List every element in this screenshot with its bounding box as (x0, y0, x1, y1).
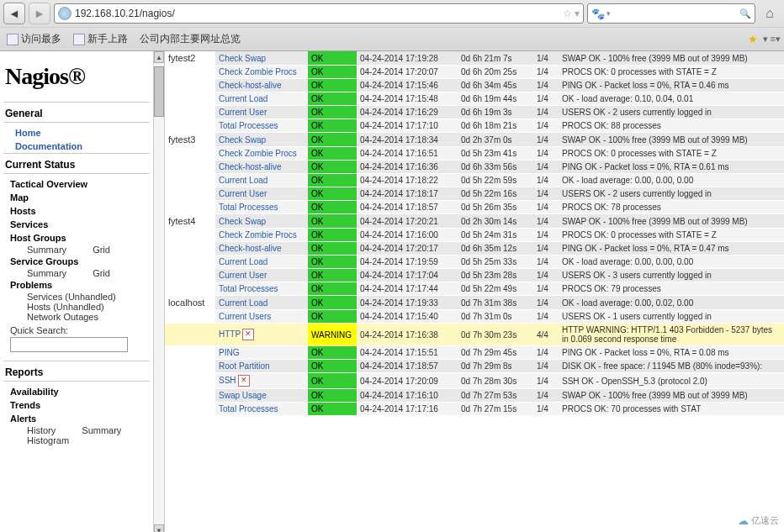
link-problems[interactable]: Problems (3, 278, 150, 292)
link-hosts[interactable]: Hosts (3, 204, 150, 218)
lastcheck-cell: 04-24-2014 17:18:57 (357, 360, 458, 373)
attempt-cell: 1/4 (533, 255, 559, 269)
service-row: Check Zombie ProcsOK04-24-2014 17:16:510… (165, 147, 784, 161)
host-cell[interactable]: fytest2 (165, 51, 215, 66)
bookmark-company[interactable]: 公司内部主要网址总览 (136, 30, 244, 48)
back-button[interactable]: ◄ (3, 3, 25, 24)
service-cell[interactable]: SSH (215, 373, 308, 389)
link-hostgroups[interactable]: Host Groups (3, 231, 150, 245)
duration-cell: 0d 5h 23m 41s (458, 147, 533, 161)
duration-cell: 0d 5h 22m 59s (458, 174, 533, 187)
lastcheck-cell: 04-24-2014 17:19:59 (357, 255, 458, 269)
service-cell[interactable]: Check-host-alive (215, 79, 308, 92)
service-cell[interactable]: Check Zombie Procs (215, 66, 308, 79)
service-cell[interactable]: HTTP (215, 324, 308, 346)
search-go-icon[interactable]: 🔍 (739, 8, 751, 19)
service-cell[interactable]: Current Load (215, 174, 308, 187)
service-cell[interactable]: Check Swap (215, 214, 308, 229)
disabled-notification-icon (238, 375, 250, 387)
duration-cell: 0d 6h 19m 3s (458, 106, 533, 119)
statusinfo-cell: USERS OK - 2 users currently logged in (559, 187, 784, 201)
service-cell[interactable]: Check Swap (215, 51, 308, 66)
link-docs[interactable]: Documentation (3, 140, 150, 153)
service-cell[interactable]: PING (215, 346, 308, 360)
service-cell[interactable]: Total Processes (215, 119, 308, 133)
scroll-thumb[interactable] (154, 66, 164, 117)
quicksearch-input[interactable] (10, 337, 128, 352)
service-cell[interactable]: Check Zombie Procs (215, 229, 308, 242)
service-cell[interactable]: Total Processes (215, 282, 308, 296)
link-sg-summary[interactable]: Summary (3, 267, 66, 279)
host-cell (165, 310, 215, 324)
service-cell[interactable]: Current Load (215, 92, 308, 106)
service-cell[interactable]: Total Processes (215, 403, 308, 416)
link-outages[interactable]: Network Outages (3, 311, 98, 323)
service-cell[interactable]: Total Processes (215, 201, 308, 214)
link-services[interactable]: Services (3, 218, 150, 231)
overflow-menu-icon[interactable]: ▾ ≡▾ (763, 34, 781, 45)
link-alerts[interactable]: Alerts (3, 412, 150, 425)
link-availability[interactable]: Availability (3, 385, 150, 398)
lastcheck-cell: 04-24-2014 17:18:34 (357, 133, 458, 147)
service-row: Check-host-aliveOK04-24-2014 17:15:460d … (165, 79, 784, 92)
service-cell[interactable]: Current User (215, 187, 308, 201)
link-sg-grid[interactable]: Grid (69, 267, 110, 279)
search-input[interactable] (611, 8, 739, 19)
service-cell[interactable]: Current Users (215, 310, 308, 324)
content-area: Nagios® General Home Documentation Curre… (0, 51, 784, 532)
frame-scrollbar[interactable]: ▲ ▼ (153, 51, 165, 532)
attempt-cell: 1/4 (533, 242, 559, 255)
lastcheck-cell: 04-24-2014 17:15:46 (357, 79, 458, 92)
bookmark-most-visited[interactable]: 访问最多 (3, 30, 65, 48)
lastcheck-cell: 04-24-2014 17:19:33 (357, 296, 458, 310)
link-histogram[interactable]: Histogram (3, 435, 69, 446)
link-hg-summary[interactable]: Summary (3, 244, 66, 255)
link-map[interactable]: Map (3, 191, 150, 204)
service-cell[interactable]: Check-host-alive (215, 242, 308, 255)
service-cell[interactable]: Check-host-alive (215, 161, 308, 174)
status-cell: OK (308, 92, 357, 106)
service-cell[interactable]: Root Partition (215, 360, 308, 373)
service-cell[interactable]: Check Swap (215, 133, 308, 147)
service-cell[interactable]: Check Zombie Procs (215, 147, 308, 161)
scroll-track[interactable] (154, 63, 164, 524)
host-cell (165, 242, 215, 255)
host-cell[interactable]: fytest3 (165, 133, 215, 147)
status-cell: OK (308, 310, 357, 324)
duration-cell: 0d 7h 31m 0s (458, 310, 533, 324)
service-cell[interactable]: Swap Usage (215, 389, 308, 403)
link-trends[interactable]: Trends (3, 398, 150, 412)
bookmark-getting-started[interactable]: 新手上路 (70, 30, 131, 48)
statusinfo-cell: PING OK - Packet loss = 0%, RTA = 0.47 m… (559, 242, 784, 255)
service-row: Total ProcessesOK04-24-2014 17:17:440d 5… (165, 282, 784, 296)
host-cell[interactable]: localhost (165, 296, 215, 310)
scroll-down-icon[interactable]: ▼ (154, 524, 164, 532)
statusinfo-cell: PROCS OK: 0 processes with STATE = Z (559, 66, 784, 79)
duration-cell: 0d 7h 29m 8s (458, 360, 533, 373)
service-cell[interactable]: Current User (215, 106, 308, 119)
forward-button[interactable]: ► (29, 3, 50, 24)
service-row: Current UsersOK04-24-2014 17:15:400d 7h … (165, 310, 784, 324)
statusinfo-cell: PING OK - Packet loss = 0%, RTA = 0.08 m… (559, 346, 784, 360)
service-row: Swap UsageOK04-24-2014 17:16:100d 7h 27m… (165, 389, 784, 403)
lastcheck-cell: 04-24-2014 17:19:28 (357, 51, 458, 66)
link-hg-grid[interactable]: Grid (69, 244, 110, 255)
link-tactical[interactable]: Tactical Overview (3, 177, 150, 191)
scroll-up-icon[interactable]: ▲ (154, 51, 164, 63)
url-bar[interactable]: 192.168.10.21/nagios/ ☆ ▾ (54, 3, 584, 24)
nav-bar: ◄ ► 192.168.10.21/nagios/ ☆ ▾ 🐾 ▾ 🔍 ⌂ (0, 0, 784, 27)
search-box[interactable]: 🐾 ▾ 🔍 (587, 3, 755, 24)
host-cell (165, 269, 215, 282)
link-home[interactable]: Home (3, 126, 150, 140)
status-cell: OK (308, 133, 357, 147)
host-cell (165, 174, 215, 187)
home-button[interactable]: ⌂ (759, 3, 781, 24)
service-cell[interactable]: Current Load (215, 296, 308, 310)
duration-cell: 0d 6h 19m 44s (458, 92, 533, 106)
host-cell[interactable]: fytest4 (165, 214, 215, 229)
service-cell[interactable]: Current Load (215, 255, 308, 269)
bookmark-star-icon[interactable]: ★ (748, 33, 758, 45)
service-cell[interactable]: Current User (215, 269, 308, 282)
status-cell: OK (308, 147, 357, 161)
link-servicegroups[interactable]: Service Groups (3, 255, 150, 268)
